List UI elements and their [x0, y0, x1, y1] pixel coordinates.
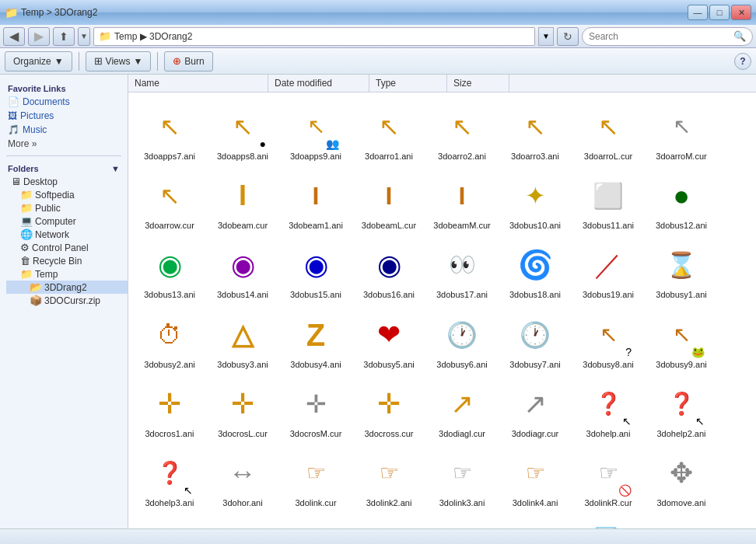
sidebar-more-button[interactable]: More »	[0, 137, 128, 151]
file-item[interactable]: ◉3dobus14.ani	[208, 237, 278, 303]
file-item[interactable]: ◉3dobus15.ani	[281, 237, 351, 303]
tree-label-temp: Temp	[35, 269, 58, 280]
file-item[interactable]: ✛3docrosM.cur	[281, 376, 351, 442]
file-item[interactable]: ☞3dolink.cur	[281, 445, 351, 511]
tree-item-computer[interactable]: 💻 Computer	[6, 214, 128, 228]
file-item[interactable]: ↖3doarro1.ani	[354, 99, 424, 165]
tree-item-3docursr[interactable]: 📦 3DOCursr.zip	[6, 294, 128, 307]
file-item[interactable]: ☞3dolink2.ani	[354, 445, 424, 511]
file-item[interactable]: 🌀3dobus18.ani	[500, 237, 570, 303]
tree-item-public[interactable]: 📁 Public	[6, 201, 128, 214]
forward-button[interactable]: ▶	[28, 27, 50, 46]
file-item[interactable]: ◉3dobus13.ani	[135, 237, 205, 303]
file-item[interactable]: 📄file_id.diz	[573, 514, 643, 528]
views-button[interactable]: ⊞ Views ▼	[86, 51, 152, 71]
file-item[interactable]: ⬜3dobus11.ani	[573, 168, 643, 234]
up-button[interactable]: ⬆	[53, 27, 75, 46]
file-item[interactable]: ☞3dolink4.ani	[500, 445, 570, 511]
recent-button[interactable]: ▼	[78, 27, 90, 46]
organize-button[interactable]: Organize ▼	[5, 51, 72, 71]
folders-section[interactable]: Folders ▼	[0, 161, 128, 175]
sidebar-item-documents[interactable]: 📄 Documents	[0, 95, 128, 109]
file-item[interactable]: I3dobeam.cur	[208, 168, 278, 234]
file-item[interactable]: ❤3dobusy5.ani	[354, 307, 424, 373]
col-name[interactable]: Name	[128, 75, 268, 92]
file-item[interactable]: 👀3dobus17.ani	[427, 237, 497, 303]
file-icon: ／	[583, 240, 633, 290]
refresh-button[interactable]: ↻	[557, 27, 579, 46]
back-button[interactable]: ◀	[3, 27, 25, 46]
file-item[interactable]: I3dobeamL.cur	[354, 168, 424, 234]
file-item[interactable]: 🕐3dobusy6.ani	[427, 307, 497, 373]
file-item[interactable]: ✒3dopen.ani	[354, 514, 424, 528]
close-button[interactable]: ✕	[731, 5, 751, 20]
file-item[interactable]: ↗3dodiagl.cur	[427, 376, 497, 442]
file-item[interactable]: ↖🐸3dobusy9.ani	[646, 307, 716, 373]
file-item[interactable]: ↖?3dobusy8.ani	[573, 307, 643, 373]
file-item[interactable]: ↖3doarrow.cur	[135, 168, 205, 234]
file-item[interactable]: ↖3doarroL.cur	[573, 99, 643, 165]
file-item[interactable]: ↖3doarro3.ani	[500, 99, 570, 165]
burn-icon: ⊕	[173, 55, 181, 67]
help-button[interactable]: ?	[734, 53, 751, 70]
file-item[interactable]: ☞🚫3dolinkR.cur	[573, 445, 643, 511]
file-item[interactable]: ✦3dobus10.ani	[500, 168, 570, 234]
file-icon: ❤	[364, 310, 414, 360]
file-icon: ❓↖	[145, 448, 194, 498]
tree-item-control-panel[interactable]: ⚙ Control Panel	[6, 241, 128, 254]
file-item[interactable]: ⏱3dobusy2.ani	[135, 307, 205, 373]
sidebar-item-music[interactable]: 🎵 Music	[0, 123, 128, 137]
file-item[interactable]: ⚙INSTAL30...	[646, 514, 716, 528]
file-item[interactable]: ↖🚫3dono3.ani	[281, 514, 351, 528]
minimize-button[interactable]: —	[688, 5, 708, 20]
file-label: 3dobus14.ani	[217, 290, 268, 300]
tree-item-recycle-bin[interactable]: 🗑 Recycle Bin	[6, 254, 128, 267]
maximize-button[interactable]: □	[709, 5, 730, 20]
file-item[interactable]: ↔3dohor.ani	[208, 445, 278, 511]
file-item[interactable]: ↖👥3doapps9.ani	[281, 99, 351, 165]
burn-button[interactable]: ⊕ Burn	[164, 51, 212, 71]
file-item[interactable]: I3dobeamM.cur	[427, 168, 497, 234]
tree-item-softpedia[interactable]: 📁 Softpedia	[6, 188, 128, 201]
file-item[interactable]: ↖3doarroM.cur	[646, 99, 716, 165]
search-bar[interactable]: 🔍	[582, 27, 753, 46]
file-item[interactable]: △3dobusy3.ani	[208, 307, 278, 373]
file-item[interactable]: ↖3doapps7.ani	[135, 99, 205, 165]
tree-item-desktop[interactable]: 🖥 Desktop	[6, 175, 128, 188]
file-item[interactable]: 🕐3dobusy7.ani	[500, 307, 570, 373]
col-date[interactable]: Date modified	[268, 75, 369, 92]
file-item[interactable]: ●3dobus12.ani	[646, 168, 716, 234]
file-item[interactable]: ❓↖3dohelp3.ani	[135, 445, 205, 511]
file-item[interactable]: ✛3docrosL.cur	[208, 376, 278, 442]
file-item[interactable]: ↕3dovert.ani	[500, 514, 570, 528]
file-item[interactable]: ◉3dobus16.ani	[354, 237, 424, 303]
file-item[interactable]: ⌛3dobusy1.ani	[646, 237, 716, 303]
file-item[interactable]: ／3dobus19.ani	[573, 237, 643, 303]
file-item[interactable]: Z3dobusy4.ani	[281, 307, 351, 373]
file-icon: ✛	[145, 379, 194, 429]
file-item[interactable]: ↖3doarro2.ani	[427, 99, 497, 165]
file-item[interactable]: ↗3dodiagr.cur	[500, 376, 570, 442]
search-input[interactable]	[589, 31, 733, 42]
address-dropdown[interactable]: ▼	[538, 27, 554, 46]
tree-item-3ddrang2[interactable]: 📂 3DDrang2	[6, 281, 128, 294]
tree-item-network[interactable]: 🌐 Network	[6, 228, 128, 241]
file-item[interactable]: ↖🚫3dono.ani	[135, 514, 205, 528]
file-item[interactable]: ❓↖3dohelp.ani	[573, 376, 643, 442]
file-item[interactable]: ✛3docross.cur	[354, 376, 424, 442]
file-item[interactable]: ✒3dopen2.ani	[427, 514, 497, 528]
address-bar[interactable]: 📁 Temp ▶ 3DOrang2	[93, 27, 535, 46]
col-type[interactable]: Type	[369, 75, 447, 92]
file-item[interactable]: ✛3docros1.ani	[135, 376, 205, 442]
tree-item-temp[interactable]: 📁 Temp	[6, 267, 128, 281]
col-size[interactable]: Size	[447, 75, 509, 92]
file-item[interactable]: I3dobeam1.ani	[281, 168, 351, 234]
file-item[interactable]: ✥3domove.ani	[646, 445, 716, 511]
file-icon: 📄	[583, 518, 633, 528]
file-item[interactable]: ☞3dolink3.ani	[427, 445, 497, 511]
file-item[interactable]: ❓↖3dohelp2.ani	[646, 376, 716, 442]
file-item[interactable]: ⬅No3dono2.ani	[208, 514, 278, 528]
file-icon-symbol: ❓	[156, 462, 184, 484]
file-item[interactable]: ↖●3doapps8.ani	[208, 99, 278, 165]
sidebar-item-pictures[interactable]: 🖼 Pictures	[0, 109, 128, 123]
